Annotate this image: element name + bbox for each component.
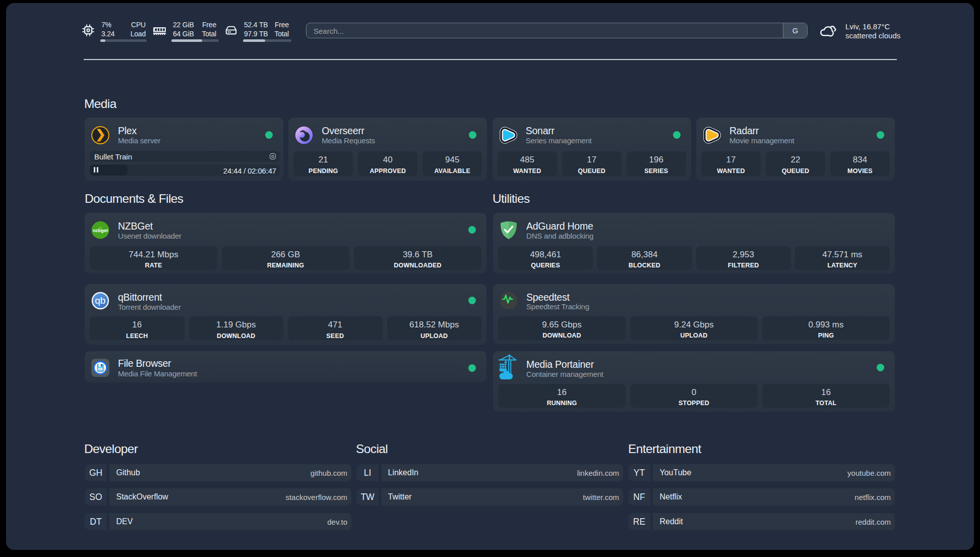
svg-text:nzbget: nzbget [93, 228, 108, 233]
svg-text:qb: qb [95, 295, 105, 306]
